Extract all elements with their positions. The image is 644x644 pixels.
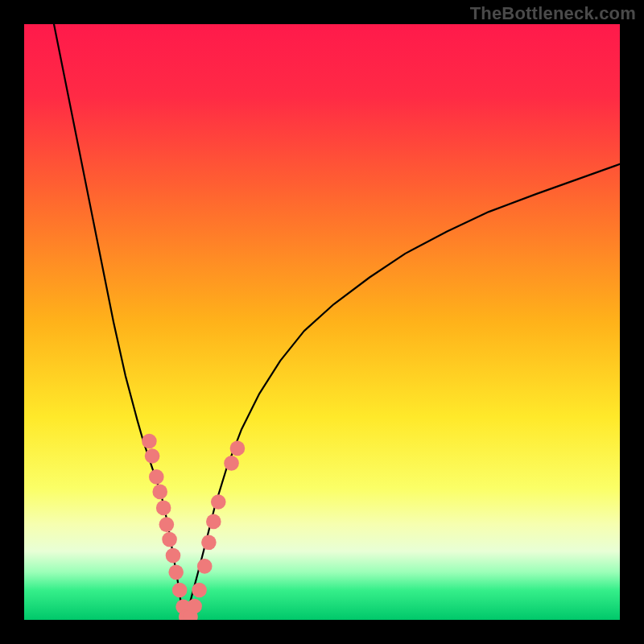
scatter-dot xyxy=(152,485,167,500)
scatter-dot xyxy=(206,514,221,530)
scatter-dot xyxy=(230,441,246,456)
scatter-dot xyxy=(224,456,239,471)
scatter-dot xyxy=(145,448,160,464)
scatter-dot xyxy=(149,469,164,485)
scatter-dot xyxy=(156,501,171,516)
scatter-dot xyxy=(166,548,181,564)
scatter-dot xyxy=(168,565,184,580)
watermark-text: TheBottleneck.com xyxy=(470,3,636,24)
scatter-dot xyxy=(159,517,175,532)
chart-frame: TheBottleneck.com xyxy=(0,0,644,644)
scatter-dot xyxy=(162,532,177,547)
scatter-dot xyxy=(211,494,226,510)
chart-svg xyxy=(24,24,620,620)
scatter-dot xyxy=(187,599,202,614)
scatter-dot xyxy=(201,535,217,551)
plot-area xyxy=(24,24,620,620)
scatter-dot xyxy=(197,559,213,574)
scatter-dot xyxy=(142,434,157,449)
scatter-dot xyxy=(172,583,188,598)
scatter-dot xyxy=(192,583,207,598)
